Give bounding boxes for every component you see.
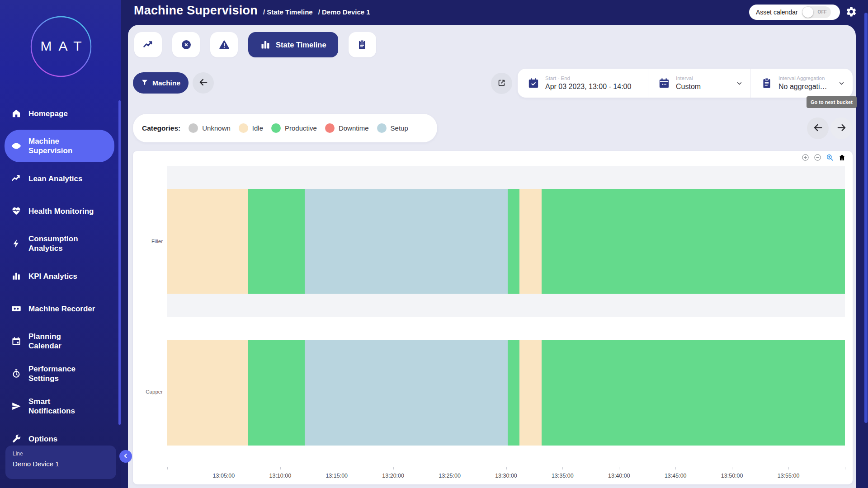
timeline-segment-idle[interactable] [167,340,248,446]
device-type-label: Line [13,450,109,457]
legend-items: UnknownIdleProductiveDowntimeSetup [189,123,408,133]
sidebar-item-kpi-analytics[interactable]: KPI Analytics [5,260,114,292]
settings-gear-button[interactable] [845,6,858,19]
start-end-picker[interactable]: Start - End Apr 03 2023, 13:00 - 14:00 [518,69,648,98]
x-axis-tick [280,467,281,469]
sidebar-item-machine-supervision[interactable]: Machine Supervision [5,130,114,162]
x-axis-tick-label: 13:55:00 [770,473,807,479]
tab-stops[interactable] [172,32,200,57]
legend-dot-unknown [189,123,198,133]
timeline-segment-idle[interactable] [519,189,542,294]
x-axis-tick [675,467,676,469]
timeline-segment-setup[interactable] [305,340,508,446]
clipboard-icon [761,77,773,89]
legend-item-downtime: Downtime [325,123,369,133]
timeline-segment-productive[interactable] [542,189,845,294]
sidebar: MAT HomepageMachine SupervisionLean Anal… [0,0,121,488]
timeline-segment-productive[interactable] [542,340,845,446]
legend-item-unknown: Unknown [189,123,231,133]
sidebar-item-label: Machine Supervision [28,136,72,155]
toggle-state-label: OFF [818,9,827,14]
tab-state-timeline[interactable]: State Timeline [248,32,338,57]
sidebar-item-performance-settings[interactable]: Performance Settings [5,357,114,390]
interval-aggregation-select[interactable]: Interval Aggregation No aggregati… [750,69,853,98]
brand-logo: MAT [29,14,93,78]
legend-label: Setup [391,124,408,132]
send-icon [11,401,22,412]
timeline-plot: FillerCapper13:05:0013:10:0013:15:0013:2… [167,151,845,467]
x-axis-tick [393,467,394,469]
interval-select[interactable]: Interval Custom [648,69,750,98]
sidebar-item-lean-analytics[interactable]: Lean Analytics [5,162,114,195]
breadcrumb-section[interactable]: / State Timeline [263,8,313,16]
sidebar-item-label: Options [28,434,57,444]
machine-filter-button[interactable]: Machine [133,72,189,94]
x-axis-tick [450,467,450,469]
sidebar-item-label: Consumption Analytics [28,234,78,253]
sidebar-scrollbar[interactable] [118,100,121,425]
device-name: Demo Device 1 [13,460,109,468]
arrow-left-icon [198,77,208,89]
interval-label: Interval [676,75,701,81]
sidebar-item-health-monitoring[interactable]: Health Monitoring [5,195,114,227]
trend-icon [11,173,22,184]
legend-item-idle: Idle [239,123,263,133]
interval-aggregation-value: No aggregati… [778,83,827,91]
x-axis-tick-label: 13:05:00 [206,473,242,479]
sidebar-collapse-button[interactable] [119,450,132,463]
legend-dot-idle [239,123,248,133]
category-label-filler: Filler [135,239,163,244]
view-tabs: State Timeline [134,32,376,57]
timeline-segment-productive[interactable] [508,189,519,294]
sidebar-item-planning-calendar[interactable]: Planning Calendar [5,325,114,357]
legend-dot-productive [271,123,281,133]
breadcrumb-device[interactable]: / Demo Device 1 [318,8,370,16]
app-root: MAT HomepageMachine SupervisionLean Anal… [0,0,868,488]
sidebar-item-smart-notifications[interactable]: Smart Notifications [5,390,114,422]
tab-report[interactable] [349,32,376,57]
x-axis-tick-label: 13:30:00 [488,473,524,479]
timeline-segment-productive[interactable] [508,340,519,446]
category-label-capper: Capper [135,389,163,394]
x-axis-tick [845,467,845,469]
page-scrollbar[interactable] [864,13,868,423]
open-external-button[interactable] [491,73,512,94]
x-axis-tick [788,467,789,469]
tab-alarms[interactable] [210,32,238,57]
timeline-segment-productive[interactable] [248,340,305,446]
sidebar-item-homepage[interactable]: Homepage [5,97,114,130]
bars-icon [11,271,22,282]
sidebar-item-machine-recorder[interactable]: Machine Recorder [5,292,114,325]
legend-label: Unknown [202,124,231,132]
tab-trends[interactable] [134,32,162,57]
sidebar-item-label: KPI Analytics [28,272,77,281]
asset-calendar-toggle[interactable]: OFF [802,6,831,18]
timeline-segment-idle[interactable] [519,340,542,446]
start-end-label: Start - End [545,75,631,81]
stopwatch-icon [11,368,22,379]
asset-calendar-label: Asset calendar [756,9,798,16]
calendar-check-icon [528,77,539,89]
bars-icon [260,39,271,50]
x-axis-tick-label: 13:50:00 [714,473,750,479]
main-panel: State Timeline Machine Start - End Apr 0… [128,25,856,488]
sidebar-item-label: Machine Recorder [28,304,95,314]
previous-bucket-button[interactable] [807,117,829,139]
legend-dot-setup [377,123,387,133]
go-to-next-bucket-tooltip: Go to next bucket [807,96,857,108]
timeline-segment-productive[interactable] [248,189,305,294]
arrow-left-icon [813,122,823,134]
x-axis-tick-label: 13:15:00 [319,473,355,479]
asset-calendar-control: Asset calendar OFF [749,5,840,20]
timeline-segment-idle[interactable] [167,189,248,294]
timeline-segment-setup[interactable] [305,189,508,294]
warning-icon [219,39,230,50]
sidebar-item-consumption-analytics[interactable]: Consumption Analytics [5,227,114,260]
back-button[interactable] [193,72,214,94]
start-end-value: Apr 03 2023, 13:00 - 14:00 [545,83,631,91]
x-axis-tick-label: 13:20:00 [375,473,411,479]
toggle-knob [802,7,813,18]
legend-label: Downtime [339,124,369,132]
selected-device-card[interactable]: Line Demo Device 1 [5,446,116,479]
next-bucket-button[interactable] [830,117,852,139]
